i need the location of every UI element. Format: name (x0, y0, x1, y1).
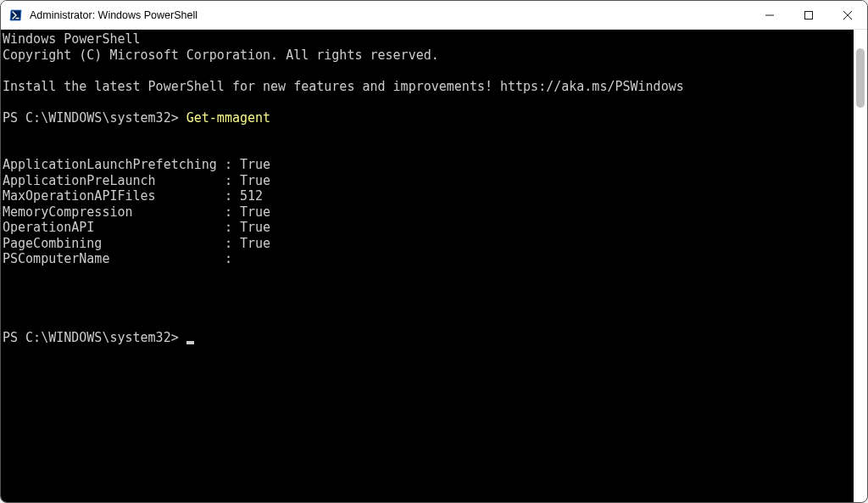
output-key: ApplicationLaunchPrefetching (3, 157, 225, 173)
install-message: Install the latest PowerShell for new fe… (3, 79, 684, 94)
prompt-path: PS C:\WINDOWS\system32> (3, 110, 186, 126)
powershell-icon (9, 8, 23, 22)
output-row: PSComputerName : (3, 251, 867, 267)
output-value: True (240, 157, 270, 172)
command-text: Get-mmagent (186, 110, 270, 126)
output-key: ApplicationPreLaunch (3, 173, 225, 189)
output-value: True (240, 220, 270, 235)
output-row: PageCombining : True (3, 236, 867, 252)
cursor-icon (186, 341, 194, 344)
output-value: 512 (240, 188, 263, 204)
output-row: ApplicationLaunchPrefetching : True (3, 157, 867, 173)
banner-line: Windows PowerShell (3, 31, 141, 47)
output-value: True (240, 204, 270, 220)
output-row: OperationAPI : True (3, 220, 867, 236)
output-row: ApplicationPreLaunch : True (3, 173, 867, 189)
close-button[interactable] (828, 1, 867, 29)
powershell-window: Administrator: Windows PowerShell Window… (0, 0, 868, 503)
minimize-button[interactable] (750, 1, 789, 29)
output-value: True (240, 173, 270, 188)
window-controls (750, 1, 867, 29)
scrollbar-track[interactable] (854, 30, 867, 502)
titlebar[interactable]: Administrator: Windows PowerShell (1, 1, 867, 30)
output-key: PSComputerName (3, 251, 225, 267)
prompt-path: PS C:\WINDOWS\system32> (3, 330, 186, 345)
terminal-output[interactable]: Windows PowerShell Copyright (C) Microso… (1, 30, 867, 502)
window-title: Administrator: Windows PowerShell (30, 9, 198, 21)
output-row: MaxOperationAPIFiles : 512 (3, 188, 867, 204)
banner-line: Copyright (C) Microsoft Corporation. All… (3, 48, 439, 63)
output-value: True (240, 236, 270, 251)
output-row: MemoryCompression : True (3, 204, 867, 221)
scrollbar-thumb[interactable] (856, 48, 865, 108)
output-key: PageCombining (3, 236, 225, 252)
output-key: MaxOperationAPIFiles (3, 188, 225, 204)
output-key: MemoryCompression (3, 204, 225, 221)
output-key: OperationAPI (3, 220, 225, 236)
svg-rect-0 (805, 11, 813, 19)
maximize-button[interactable] (789, 1, 828, 29)
